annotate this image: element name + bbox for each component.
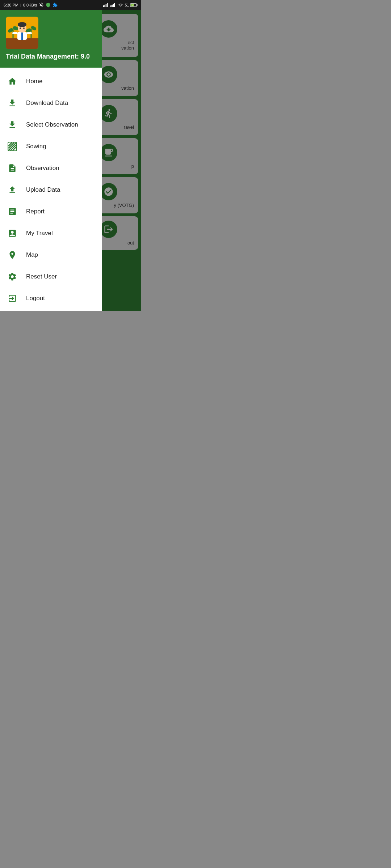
menu-item-sowing[interactable]: Sowing <box>0 136 102 157</box>
menu-label-download-data: Download Data <box>26 99 68 107</box>
svg-point-25 <box>20 27 21 29</box>
menu-item-observation[interactable]: Observation <box>0 157 102 179</box>
sowing-icon <box>7 141 17 152</box>
reset-user-icon <box>7 272 17 282</box>
logout-icon <box>7 293 17 303</box>
svg-rect-3 <box>107 3 108 7</box>
menu-label-select-observation: Select Observation <box>26 121 78 128</box>
my-travel-icon <box>7 228 17 238</box>
signal-icon-1 <box>103 3 109 7</box>
upload-icon <box>7 185 17 195</box>
network-speed-value: 0.0KB/s <box>23 3 37 7</box>
report-icon <box>7 207 17 217</box>
svg-rect-1 <box>104 5 105 7</box>
signal-icon-2 <box>110 3 116 7</box>
menu-item-home[interactable]: Home <box>0 71 102 92</box>
menu-label-logout: Logout <box>26 295 45 302</box>
battery-icon <box>130 3 138 7</box>
menu-label-reset-user: Reset User <box>26 273 57 280</box>
svg-rect-4 <box>110 5 112 7</box>
menu-label-sowing: Sowing <box>26 143 46 150</box>
svg-rect-5 <box>112 5 113 7</box>
menu-label-my-travel: My Travel <box>26 230 53 237</box>
network-speed: | <box>20 3 21 7</box>
status-right: 51 <box>103 3 138 7</box>
svg-rect-28 <box>27 32 32 34</box>
menu-item-logout[interactable]: Logout <box>0 288 102 309</box>
battery-level: 51 <box>125 3 129 7</box>
home-icon <box>7 76 17 86</box>
shield-icon <box>46 3 51 8</box>
drawer-app-title: Trial Data Management: 9.0 <box>6 53 96 60</box>
svg-rect-6 <box>113 4 114 7</box>
svg-rect-7 <box>114 3 115 7</box>
svg-rect-10 <box>131 4 134 6</box>
svg-rect-2 <box>106 4 107 7</box>
drawer-menu: Home Download Data Select Observation <box>0 68 102 311</box>
menu-label-map: Map <box>26 251 38 259</box>
menu-label-upload-data: Upload Data <box>26 186 60 193</box>
select-observation-icon <box>7 120 17 130</box>
svg-point-26 <box>23 27 25 29</box>
menu-item-my-travel[interactable]: My Travel <box>0 222 102 244</box>
menu-item-map[interactable]: Map <box>0 244 102 266</box>
status-left: 6:30 PM | 0.0KB/s <box>4 3 58 8</box>
menu-item-upload-data[interactable]: Upload Data <box>0 179 102 201</box>
drawer-avatar <box>6 17 38 49</box>
menu-label-home: Home <box>26 78 42 85</box>
time: 6:30 PM <box>4 3 18 7</box>
menu-item-report[interactable]: Report <box>0 201 102 222</box>
alarm-icon <box>39 3 44 8</box>
menu-item-download-data[interactable]: Download Data <box>0 92 102 114</box>
svg-rect-0 <box>103 5 104 7</box>
map-icon <box>7 250 17 260</box>
drawer-header: Trial Data Management: 9.0 <box>0 10 102 68</box>
svg-rect-9 <box>137 4 138 6</box>
status-bar: 6:30 PM | 0.0KB/s <box>0 0 141 10</box>
svg-point-24 <box>18 22 26 27</box>
wifi-icon <box>118 3 123 7</box>
svg-rect-27 <box>12 32 17 34</box>
download-icon <box>7 98 17 108</box>
menu-item-reset-user[interactable]: Reset User <box>0 266 102 288</box>
menu-label-observation: Observation <box>26 165 59 172</box>
svg-rect-22 <box>21 32 23 40</box>
menu-label-report: Report <box>26 208 45 215</box>
menu-item-select-observation[interactable]: Select Observation <box>0 114 102 136</box>
puzzle-icon <box>52 3 58 8</box>
navigation-drawer: Trial Data Management: 9.0 Home Download… <box>0 10 102 311</box>
svg-rect-14 <box>6 38 38 49</box>
observation-icon <box>7 163 17 173</box>
